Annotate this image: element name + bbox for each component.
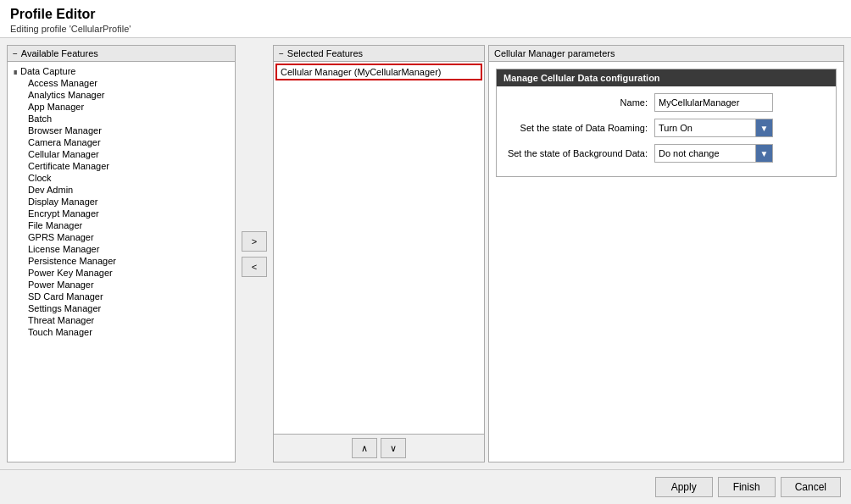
available-features-expand-icon[interactable]: −	[13, 49, 18, 58]
tree-item-dev-admin[interactable]: Dev Admin	[8, 184, 235, 196]
apply-button[interactable]: Apply	[655, 477, 713, 497]
main-window: Profile Editor Editing profile 'Cellular…	[0, 0, 851, 504]
name-input[interactable]	[654, 93, 773, 112]
available-features-label: Available Features	[21, 48, 98, 58]
finish-button[interactable]: Finish	[718, 477, 776, 497]
window-subtitle: Editing profile 'CellularProfile'	[10, 24, 841, 34]
data-roaming-dropdown-arrow[interactable]: ▼	[755, 119, 772, 136]
data-roaming-label: Set the state of Data Roaming:	[503, 123, 648, 133]
parameters-label: Cellular Manager parameters	[494, 48, 615, 58]
bottom-bar: Apply Finish Cancel	[0, 469, 851, 504]
move-down-button[interactable]: ∨	[381, 438, 406, 458]
title-bar: Profile Editor Editing profile 'Cellular…	[0, 0, 851, 38]
background-data-value: Do not change	[655, 148, 755, 158]
tree-item-access-manager[interactable]: Access Manager	[8, 77, 235, 89]
tree-item-gprs-manager[interactable]: GPRS Manager	[8, 231, 235, 243]
data-capture-expand-icon: ∎	[13, 67, 18, 76]
background-data-select[interactable]: Do not change ▼	[654, 144, 773, 163]
tree-item-batch[interactable]: Batch	[8, 113, 235, 125]
tree-item-display-manager[interactable]: Display Manager	[8, 196, 235, 208]
tree-item-analytics-manager[interactable]: Analytics Manager	[8, 89, 235, 101]
tree-item-touch-manager[interactable]: Touch Manager	[8, 326, 235, 338]
tree-item-clock[interactable]: Clock	[8, 172, 235, 184]
available-features-content: ∎ Data Capture Access Manager Analytics …	[8, 62, 235, 462]
selected-features-panel: − Selected Features Cellular Manager (My…	[273, 45, 485, 462]
selected-features-content: Cellular Manager (MyCellularManager)	[274, 62, 484, 434]
background-data-row: Set the state of Background Data: Do not…	[503, 144, 829, 163]
add-feature-button[interactable]: >	[242, 231, 267, 252]
tree-item-cellular-manager[interactable]: Cellular Manager	[8, 148, 235, 160]
tree-item-data-capture[interactable]: ∎ Data Capture	[8, 65, 235, 77]
background-data-dropdown-arrow[interactable]: ▼	[755, 145, 772, 162]
config-section-title: Manage Cellular Data configuration	[497, 69, 836, 86]
window-title: Profile Editor	[10, 7, 841, 22]
parameters-content: Manage Cellular Data configuration Name:…	[489, 62, 843, 462]
data-roaming-select[interactable]: Turn On ▼	[654, 119, 773, 137]
tree-item-power-key-manager[interactable]: Power Key Manager	[8, 267, 235, 279]
tree-item-app-manager[interactable]: App Manager	[8, 101, 235, 113]
tree-item-certificate-manager[interactable]: Certificate Manager	[8, 160, 235, 172]
selected-features-expand-icon[interactable]: −	[279, 49, 284, 58]
tree-item-encrypt-manager[interactable]: Encrypt Manager	[8, 208, 235, 219]
available-features-panel: − Available Features ∎ Data Capture Acce…	[7, 45, 236, 462]
parameters-panel: Cellular Manager parameters Manage Cellu…	[488, 45, 844, 462]
tree-item-persistence-manager[interactable]: Persistence Manager	[8, 255, 235, 267]
tree-item-power-manager[interactable]: Power Manager	[8, 279, 235, 291]
selected-item-cellular-manager[interactable]: Cellular Manager (MyCellularManager)	[275, 64, 482, 80]
remove-feature-button[interactable]: <	[242, 257, 267, 277]
tree-item-file-manager[interactable]: File Manager	[8, 219, 235, 231]
selected-features-header: − Selected Features	[274, 46, 484, 62]
tree-item-settings-manager[interactable]: Settings Manager	[8, 302, 235, 314]
available-features-header: − Available Features	[8, 46, 235, 62]
tree-item-browser-manager[interactable]: Browser Manager	[8, 125, 235, 136]
background-data-label: Set the state of Background Data:	[503, 148, 648, 158]
transfer-area: > <	[239, 45, 270, 462]
parameters-header: Cellular Manager parameters	[489, 46, 843, 62]
content-area: − Available Features ∎ Data Capture Acce…	[0, 38, 851, 469]
tree-item-license-manager[interactable]: License Manager	[8, 243, 235, 255]
config-section-body: Name: Set the state of Data Roaming: Tur…	[497, 86, 836, 176]
move-up-button[interactable]: ∧	[352, 438, 377, 458]
tree-item-data-capture-label: Data Capture	[20, 66, 75, 76]
data-roaming-row: Set the state of Data Roaming: Turn On ▼	[503, 119, 829, 137]
tree-item-sd-card-manager[interactable]: SD Card Manager	[8, 291, 235, 302]
selected-features-footer: ∧ ∨	[274, 434, 484, 462]
name-label: Name:	[503, 97, 648, 108]
data-roaming-value: Turn On	[655, 123, 755, 133]
cancel-button[interactable]: Cancel	[781, 477, 841, 497]
selected-features-label: Selected Features	[287, 48, 363, 58]
tree-item-threat-manager[interactable]: Threat Manager	[8, 314, 235, 326]
name-row: Name:	[503, 93, 829, 112]
tree-item-camera-manager[interactable]: Camera Manager	[8, 136, 235, 148]
config-section: Manage Cellular Data configuration Name:…	[496, 69, 837, 177]
